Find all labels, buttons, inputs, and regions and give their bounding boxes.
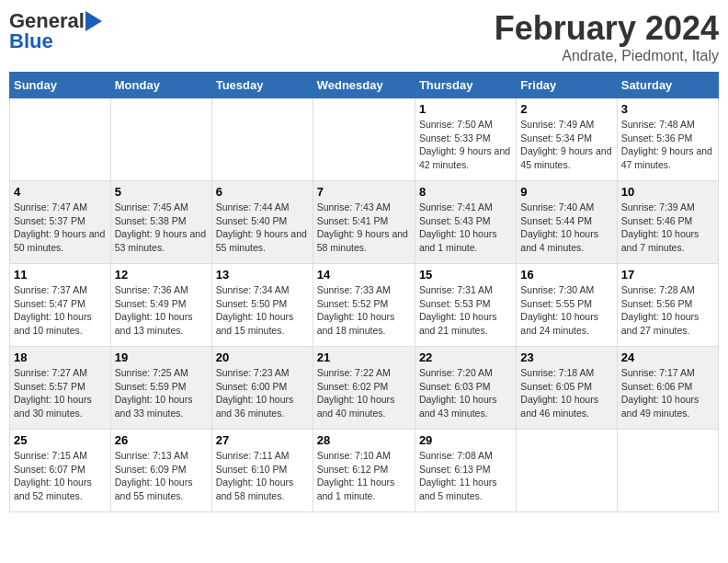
date-number: 27	[216, 433, 309, 447]
date-number: 6	[216, 185, 309, 199]
calendar-cell: 26Sunrise: 7:13 AMSunset: 6:09 PMDayligh…	[110, 430, 211, 512]
cell-info: Sunrise: 7:28 AMSunset: 5:56 PMDaylight:…	[621, 283, 714, 338]
day-header-tuesday: Tuesday	[211, 73, 313, 98]
day-header-thursday: Thursday	[415, 73, 516, 98]
date-number: 15	[419, 268, 512, 282]
main-title: February 2024	[495, 9, 719, 48]
cell-info: Sunrise: 7:22 AMSunset: 6:02 PMDaylight:…	[317, 366, 411, 420]
calendar-cell: 10Sunrise: 7:39 AMSunset: 5:46 PMDayligh…	[617, 181, 718, 264]
day-header-friday: Friday	[517, 73, 617, 98]
day-header-wednesday: Wednesday	[313, 73, 415, 98]
calendar-cell: 21Sunrise: 7:22 AMSunset: 6:02 PMDayligh…	[313, 347, 415, 430]
calendar-cell: 28Sunrise: 7:10 AMSunset: 6:12 PMDayligh…	[313, 430, 415, 512]
calendar-cell: 29Sunrise: 7:08 AMSunset: 6:13 PMDayligh…	[415, 430, 516, 512]
title-block: February 2024 Andrate, Piedmont, Italy	[495, 9, 719, 64]
calendar-cell: 6Sunrise: 7:44 AMSunset: 5:40 PMDaylight…	[211, 181, 313, 264]
svg-marker-0	[85, 11, 102, 31]
date-number: 24	[621, 350, 714, 364]
cell-info: Sunrise: 7:49 AMSunset: 5:34 PMDaylight:…	[520, 118, 612, 172]
calendar-cell: 3Sunrise: 7:48 AMSunset: 5:36 PMDaylight…	[617, 98, 718, 181]
cell-info: Sunrise: 7:37 AMSunset: 5:47 PMDaylight:…	[14, 283, 107, 338]
date-number: 21	[317, 350, 411, 364]
date-number: 28	[317, 433, 411, 447]
date-number: 10	[621, 185, 714, 199]
calendar-cell: 14Sunrise: 7:33 AMSunset: 5:52 PMDayligh…	[313, 264, 415, 347]
cell-info: Sunrise: 7:25 AMSunset: 5:59 PMDaylight:…	[115, 366, 208, 420]
date-number: 26	[115, 433, 208, 447]
date-number: 3	[621, 102, 714, 116]
date-number: 25	[14, 433, 107, 447]
date-number: 14	[317, 268, 411, 282]
calendar-cell: 8Sunrise: 7:41 AMSunset: 5:43 PMDaylight…	[415, 181, 516, 264]
date-number: 2	[520, 102, 612, 116]
cell-info: Sunrise: 7:41 AMSunset: 5:43 PMDaylight:…	[419, 201, 512, 255]
calendar-cell: 9Sunrise: 7:40 AMSunset: 5:44 PMDaylight…	[517, 181, 617, 264]
date-number: 29	[419, 433, 512, 447]
day-header-sunday: Sunday	[10, 73, 111, 98]
cell-info: Sunrise: 7:39 AMSunset: 5:46 PMDaylight:…	[621, 201, 714, 255]
calendar-cell: 19Sunrise: 7:25 AMSunset: 5:59 PMDayligh…	[110, 347, 211, 430]
cell-info: Sunrise: 7:48 AMSunset: 5:36 PMDaylight:…	[621, 118, 714, 172]
logo-arrow-icon	[85, 11, 102, 31]
week-row-3: 11Sunrise: 7:37 AMSunset: 5:47 PMDayligh…	[10, 264, 719, 347]
calendar-cell	[517, 430, 617, 512]
calendar-cell: 4Sunrise: 7:47 AMSunset: 5:37 PMDaylight…	[10, 181, 111, 264]
page-header: General Blue February 2024 Andrate, Pied…	[9, 9, 719, 64]
date-number: 13	[216, 268, 309, 282]
week-row-4: 18Sunrise: 7:27 AMSunset: 5:57 PMDayligh…	[10, 347, 719, 430]
cell-info: Sunrise: 7:36 AMSunset: 5:49 PMDaylight:…	[115, 283, 208, 338]
calendar-cell: 11Sunrise: 7:37 AMSunset: 5:47 PMDayligh…	[10, 264, 111, 347]
date-number: 20	[216, 350, 309, 364]
cell-info: Sunrise: 7:23 AMSunset: 6:00 PMDaylight:…	[216, 366, 309, 420]
calendar-header-row: SundayMondayTuesdayWednesdayThursdayFrid…	[10, 73, 719, 98]
cell-info: Sunrise: 7:15 AMSunset: 6:07 PMDaylight:…	[14, 449, 107, 503]
date-number: 23	[520, 350, 612, 364]
calendar-cell: 13Sunrise: 7:34 AMSunset: 5:50 PMDayligh…	[211, 264, 313, 347]
date-number: 1	[419, 102, 512, 116]
cell-info: Sunrise: 7:31 AMSunset: 5:53 PMDaylight:…	[419, 283, 512, 338]
calendar-cell: 1Sunrise: 7:50 AMSunset: 5:33 PMDaylight…	[415, 98, 516, 181]
calendar-cell: 22Sunrise: 7:20 AMSunset: 6:03 PMDayligh…	[415, 347, 516, 430]
calendar-cell	[10, 98, 111, 181]
cell-info: Sunrise: 7:40 AMSunset: 5:44 PMDaylight:…	[520, 201, 612, 255]
cell-info: Sunrise: 7:50 AMSunset: 5:33 PMDaylight:…	[419, 118, 512, 172]
cell-info: Sunrise: 7:18 AMSunset: 6:05 PMDaylight:…	[520, 366, 612, 420]
calendar-cell	[110, 98, 211, 181]
day-header-saturday: Saturday	[617, 73, 718, 98]
date-number: 22	[419, 350, 512, 364]
calendar-cell: 16Sunrise: 7:30 AMSunset: 5:55 PMDayligh…	[517, 264, 617, 347]
calendar-cell: 20Sunrise: 7:23 AMSunset: 6:00 PMDayligh…	[211, 347, 313, 430]
cell-info: Sunrise: 7:27 AMSunset: 5:57 PMDaylight:…	[14, 366, 107, 420]
date-number: 5	[115, 185, 208, 199]
cell-info: Sunrise: 7:08 AMSunset: 6:13 PMDaylight:…	[419, 449, 512, 503]
date-number: 17	[621, 268, 714, 282]
calendar-cell: 23Sunrise: 7:18 AMSunset: 6:05 PMDayligh…	[517, 347, 617, 430]
calendar-table: SundayMondayTuesdayWednesdayThursdayFrid…	[9, 72, 719, 512]
calendar-cell: 25Sunrise: 7:15 AMSunset: 6:07 PMDayligh…	[10, 430, 111, 512]
cell-info: Sunrise: 7:34 AMSunset: 5:50 PMDaylight:…	[216, 283, 309, 338]
logo-blue: Blue	[9, 29, 53, 53]
calendar-cell: 5Sunrise: 7:45 AMSunset: 5:38 PMDaylight…	[110, 181, 211, 264]
date-number: 4	[14, 185, 107, 199]
calendar-cell: 12Sunrise: 7:36 AMSunset: 5:49 PMDayligh…	[110, 264, 211, 347]
calendar-cell: 18Sunrise: 7:27 AMSunset: 5:57 PMDayligh…	[10, 347, 111, 430]
date-number: 12	[115, 268, 208, 282]
cell-info: Sunrise: 7:10 AMSunset: 6:12 PMDaylight:…	[317, 449, 411, 503]
calendar-cell: 24Sunrise: 7:17 AMSunset: 6:06 PMDayligh…	[617, 347, 718, 430]
date-number: 8	[419, 185, 512, 199]
cell-info: Sunrise: 7:44 AMSunset: 5:40 PMDaylight:…	[216, 201, 309, 255]
date-number: 7	[317, 185, 411, 199]
cell-info: Sunrise: 7:30 AMSunset: 5:55 PMDaylight:…	[520, 283, 612, 338]
calendar-cell	[617, 430, 718, 512]
cell-info: Sunrise: 7:13 AMSunset: 6:09 PMDaylight:…	[115, 449, 208, 503]
date-number: 9	[520, 185, 612, 199]
date-number: 11	[14, 268, 107, 282]
date-number: 16	[520, 268, 612, 282]
calendar-cell: 2Sunrise: 7:49 AMSunset: 5:34 PMDaylight…	[517, 98, 617, 181]
calendar-cell: 17Sunrise: 7:28 AMSunset: 5:56 PMDayligh…	[617, 264, 718, 347]
cell-info: Sunrise: 7:45 AMSunset: 5:38 PMDaylight:…	[115, 201, 208, 255]
week-row-5: 25Sunrise: 7:15 AMSunset: 6:07 PMDayligh…	[10, 430, 719, 512]
week-row-1: 1Sunrise: 7:50 AMSunset: 5:33 PMDaylight…	[10, 98, 719, 181]
day-header-monday: Monday	[110, 73, 211, 98]
cell-info: Sunrise: 7:47 AMSunset: 5:37 PMDaylight:…	[14, 201, 107, 255]
